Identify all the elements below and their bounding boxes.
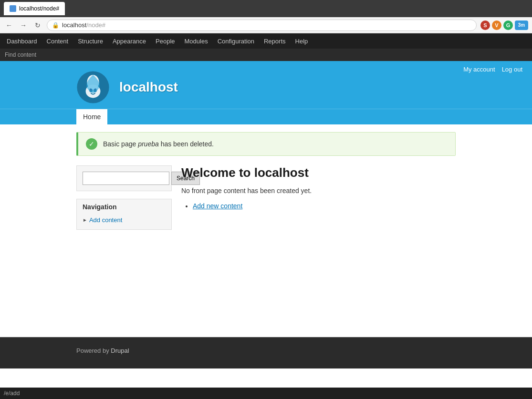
- admin-nav-modules[interactable]: Modules: [180, 33, 213, 49]
- svg-point-6: [94, 88, 96, 91]
- search-input[interactable]: [83, 172, 169, 185]
- status-icon: ✓: [86, 138, 97, 150]
- lock-icon: 🔒: [52, 22, 59, 29]
- admin-nav-appearance[interactable]: Appearance: [108, 33, 151, 49]
- page-links: Add new content: [181, 202, 456, 210]
- tab-favicon: [10, 5, 16, 12]
- search-input-wrap: Search: [83, 172, 166, 185]
- add-new-content-link[interactable]: Add new content: [193, 202, 242, 210]
- page-content: Search Navigation ► Add content Welcome …: [0, 156, 532, 327]
- admin-nav-dashboard[interactable]: Dashboard: [2, 33, 42, 49]
- shortcuts-bar: Find content: [0, 49, 532, 61]
- ext-icon-4[interactable]: 3m: [515, 20, 528, 30]
- svg-point-5: [90, 88, 92, 91]
- tab-title: localhost/node#: [19, 5, 59, 12]
- deleted-page-name: prueba: [138, 140, 159, 148]
- footer-text: Powered by Drupal: [76, 347, 456, 354]
- status-text: Basic page prueba has been deleted.: [103, 140, 214, 148]
- nav-arrow-icon: ►: [83, 217, 87, 223]
- url-bar[interactable]: 🔒 localhost/node#: [47, 20, 477, 31]
- navigation-block-title: Navigation: [77, 199, 171, 215]
- reload-button[interactable]: ↻: [32, 20, 43, 31]
- admin-nav-structure[interactable]: Structure: [73, 33, 108, 49]
- drupal-link[interactable]: Drupal: [111, 347, 129, 354]
- back-button[interactable]: ←: [4, 20, 14, 31]
- ext-icon-2[interactable]: V: [492, 20, 501, 30]
- page-title: Welcome to localhost: [181, 165, 456, 180]
- primary-nav: Home: [0, 109, 532, 124]
- admin-nav-content[interactable]: Content: [42, 33, 73, 49]
- admin-nav-configuration[interactable]: Configuration: [213, 33, 259, 49]
- status-message: ✓ Basic page prueba has been deleted.: [76, 132, 456, 156]
- site-header: My account Log out localhost: [0, 61, 532, 109]
- drupal-logo: [76, 71, 110, 104]
- search-box: Search: [76, 165, 172, 191]
- nav-home[interactable]: Home: [76, 109, 107, 124]
- browser-icons: S V G 3m: [480, 20, 528, 30]
- site-footer: Powered by Drupal: [0, 337, 532, 368]
- browser-chrome: localhost/node#: [0, 0, 532, 17]
- browser-tab[interactable]: localhost/node#: [4, 2, 65, 15]
- site-name: localhost: [119, 80, 178, 95]
- ext-icon-1[interactable]: S: [480, 20, 490, 30]
- find-content-link[interactable]: Find content: [5, 51, 36, 58]
- user-links: My account Log out: [463, 66, 522, 73]
- navigation-block-content: ► Add content: [77, 215, 171, 229]
- ext-icon-3[interactable]: G: [503, 20, 513, 30]
- forward-button[interactable]: →: [18, 20, 29, 31]
- sidebar: Search Navigation ► Add content: [76, 165, 172, 318]
- admin-toolbar: Dashboard Content Structure Appearance P…: [0, 33, 532, 49]
- main-area: Welcome to localhost No front page conte…: [181, 165, 456, 318]
- page-body-text: No front page content has been created y…: [181, 187, 456, 194]
- navigation-block: Navigation ► Add content: [76, 199, 172, 230]
- add-content-link[interactable]: ► Add content: [83, 216, 166, 224]
- admin-nav-people[interactable]: People: [151, 33, 179, 49]
- admin-nav-help[interactable]: Help: [291, 33, 313, 49]
- log-out-link[interactable]: Log out: [502, 66, 522, 73]
- url-text: localhost/node#: [62, 21, 105, 29]
- address-bar: ← → ↻ 🔒 localhost/node# S V G 3m: [0, 17, 532, 33]
- admin-nav-reports[interactable]: Reports: [259, 33, 291, 49]
- my-account-link[interactable]: My account: [463, 66, 495, 73]
